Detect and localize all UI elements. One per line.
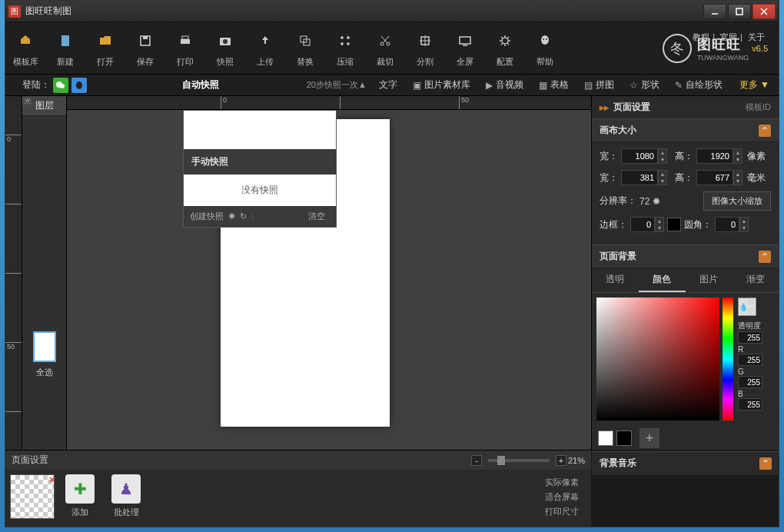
swatch-black[interactable]: [616, 431, 632, 446]
zoom-in-button[interactable]: +: [556, 455, 566, 466]
tab-puzzle[interactable]: ▤拼图: [576, 75, 622, 96]
radius-stepper[interactable]: ▲▼: [739, 217, 749, 232]
tool-swap[interactable]: 替换: [285, 24, 325, 73]
b-input[interactable]: [738, 398, 762, 411]
width-mm-stepper[interactable]: ▲▼: [658, 170, 667, 185]
maximize-button[interactable]: [728, 4, 751, 19]
version-label: v6.5: [752, 44, 768, 53]
puzzle-icon: ▤: [584, 80, 593, 91]
refresh-icon[interactable]: ↻: [240, 211, 247, 221]
pencil-icon: ✎: [675, 80, 683, 91]
zoom-out-button[interactable]: -: [471, 455, 482, 466]
tab-table[interactable]: ▦表格: [531, 75, 576, 96]
width-label: 宽：: [600, 150, 618, 163]
tab-shape[interactable]: ☆形状: [622, 75, 667, 96]
svg-point-10: [223, 39, 228, 44]
save-icon: [133, 28, 158, 53]
bg-tab-transparent[interactable]: 透明: [592, 268, 639, 292]
r-label: R: [738, 345, 762, 354]
tool-save[interactable]: 保存: [125, 24, 165, 73]
collapse-icon[interactable]: ⌃: [759, 457, 772, 470]
tool-upload[interactable]: 上传: [245, 24, 285, 73]
upload-icon: [253, 28, 277, 53]
snapshot-dropdown: 手动快照 没有快照 创建快照 ✺ ↻ | 清空: [183, 110, 337, 228]
more-button[interactable]: 更多 ▼: [730, 78, 779, 91]
layer-thumbnail[interactable]: [33, 331, 56, 362]
height-mm-stepper[interactable]: ▲▼: [733, 170, 742, 185]
link-official[interactable]: 官网: [720, 32, 737, 42]
gear-icon[interactable]: ✺: [228, 211, 235, 221]
actual-pixels-button[interactable]: 实际像素: [545, 475, 579, 490]
tab-text[interactable]: 文字: [371, 75, 405, 96]
tool-compress[interactable]: 压缩: [325, 24, 365, 73]
unit-mm: 毫米: [747, 171, 766, 185]
swatch-white[interactable]: [598, 431, 613, 446]
width-px-stepper[interactable]: ▲▼: [658, 148, 667, 164]
camera-icon: [213, 28, 238, 53]
bg-tab-image[interactable]: 图片: [686, 268, 733, 292]
collapse-icon[interactable]: ⌃: [759, 251, 771, 263]
file-icon: [53, 28, 78, 53]
resize-image-button[interactable]: 图像大小缩放: [703, 191, 771, 211]
tool-camera[interactable]: 快照: [205, 24, 245, 73]
collapse-icon[interactable]: ⌃: [759, 125, 771, 137]
border-color-swatch[interactable]: [667, 218, 681, 231]
tool-folder[interactable]: 打开: [85, 24, 125, 73]
svg-point-21: [541, 35, 549, 45]
r-input[interactable]: [738, 354, 762, 366]
chevron-right-icon: ▸▸: [600, 102, 609, 113]
tool-help[interactable]: 帮助: [525, 24, 565, 73]
tab-audio-video[interactable]: ▶音视频: [478, 75, 531, 96]
height-px-input[interactable]: [696, 148, 733, 164]
clear-snapshot-button[interactable]: 清空: [308, 211, 325, 222]
unit-px: 像素: [747, 150, 766, 163]
svg-point-27: [60, 84, 65, 88]
tool-crop[interactable]: 分割: [405, 24, 445, 73]
page-thumbnail[interactable]: ×: [10, 474, 55, 519]
canvas-area[interactable]: 0 50 手动快照 没有快照 创建快照 ✺ ↻ | 清空: [67, 96, 591, 450]
tool-home[interactable]: 模板库: [5, 24, 45, 73]
select-all-button[interactable]: 全选: [36, 367, 53, 378]
create-snapshot-button[interactable]: 创建快照: [190, 211, 224, 222]
zoom-slider[interactable]: [488, 459, 550, 462]
height-px-stepper[interactable]: ▲▼: [733, 148, 742, 164]
bg-tab-gradient[interactable]: 渐变: [732, 268, 779, 292]
qq-login-icon[interactable]: [71, 78, 87, 93]
radius-input[interactable]: [715, 217, 739, 232]
tool-cut[interactable]: 裁切: [365, 24, 405, 73]
tool-file[interactable]: 新建: [45, 24, 85, 73]
batch-button[interactable]: ♟ 批处理: [107, 474, 145, 519]
close-button[interactable]: [752, 4, 776, 19]
height-mm-input[interactable]: [696, 170, 733, 185]
width-px-input[interactable]: [621, 148, 658, 164]
border-input[interactable]: [630, 217, 655, 232]
tool-print[interactable]: 打印: [165, 24, 205, 73]
add-page-button[interactable]: ✚ 添加: [61, 474, 99, 519]
template-id-button[interactable]: 模板ID: [746, 101, 771, 113]
add-swatch-button[interactable]: +: [639, 428, 659, 448]
folder-icon: [93, 28, 118, 53]
print-size-button[interactable]: 打印尺寸: [545, 504, 579, 519]
width-mm-input[interactable]: [621, 170, 658, 185]
link-about[interactable]: 关于: [748, 32, 765, 42]
g-input[interactable]: [738, 376, 762, 388]
tab-freehand[interactable]: ✎自绘形状: [667, 75, 730, 96]
bg-tab-color[interactable]: 颜色: [639, 268, 686, 292]
wechat-login-icon[interactable]: [53, 78, 68, 93]
close-icon[interactable]: ×: [49, 474, 55, 486]
minimize-button[interactable]: [703, 4, 726, 19]
tool-gear[interactable]: 配置: [485, 24, 525, 73]
link-tutorial[interactable]: 教程: [693, 32, 709, 42]
tab-auto-snapshot[interactable]: 自动快照: [174, 75, 227, 96]
tab-image-lib[interactable]: ▣图片素材库: [405, 75, 478, 96]
alpha-input[interactable]: [738, 331, 762, 344]
eyedropper-button[interactable]: 💧取色: [738, 298, 756, 316]
hue-slider[interactable]: [723, 298, 733, 421]
fit-screen-button[interactable]: 适合屏幕: [545, 490, 579, 504]
gear-icon[interactable]: ✺: [653, 196, 660, 207]
snapshot-preview: [184, 111, 336, 149]
top-links: 教程| 官网| 关于: [689, 32, 768, 43]
color-saturation-field[interactable]: [596, 298, 719, 421]
tool-screen[interactable]: 全屏: [445, 24, 485, 73]
border-stepper[interactable]: ▲▼: [655, 217, 664, 232]
